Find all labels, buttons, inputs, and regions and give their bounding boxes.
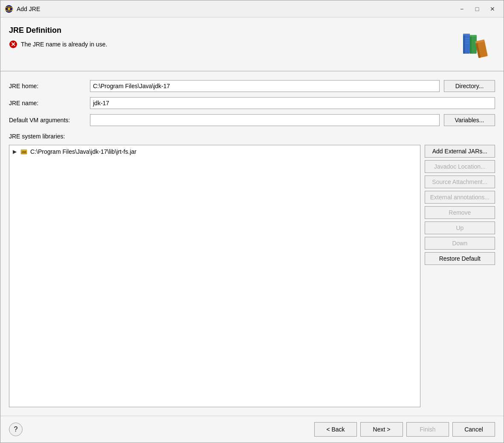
down-button[interactable]: Down xyxy=(425,237,495,250)
external-annotations-button[interactable]: External annotations... xyxy=(425,191,495,204)
up-button[interactable]: Up xyxy=(425,222,495,234)
svg-text:✕: ✕ xyxy=(11,41,16,48)
svg-rect-7 xyxy=(463,34,470,35)
javadoc-location-button[interactable]: Javadoc Location... xyxy=(425,160,495,173)
next-button[interactable]: Next > xyxy=(360,422,403,437)
restore-default-button[interactable]: Restore Default xyxy=(425,252,495,265)
help-button[interactable]: ? xyxy=(9,423,23,436)
libraries-buttons: Add External JARs... Javadoc Location...… xyxy=(425,145,495,407)
window-controls: − □ ✕ xyxy=(455,3,499,15)
remove-button[interactable]: Remove xyxy=(425,206,495,219)
svg-point-2 xyxy=(8,8,10,10)
source-attachment-button[interactable]: Source Attachment... xyxy=(425,175,495,188)
footer-buttons: < Back Next > Finish Cancel xyxy=(314,422,495,437)
back-button[interactable]: < Back xyxy=(314,422,357,437)
error-row: ✕ The JRE name is already in use. xyxy=(9,40,457,49)
error-message: The JRE name is already in use. xyxy=(21,41,107,48)
content-area: JRE home: Directory... JRE name: Default… xyxy=(0,72,504,416)
minimize-button[interactable]: − xyxy=(455,3,469,15)
jre-home-row: JRE home: Directory... xyxy=(9,80,495,92)
vm-args-label: Default VM arguments: xyxy=(9,117,86,124)
jre-home-label: JRE home: xyxy=(9,83,86,89)
add-external-jars-button[interactable]: Add External JARs... xyxy=(425,145,495,158)
title-bar: Add JRE − □ ✕ xyxy=(0,0,504,17)
cancel-button[interactable]: Cancel xyxy=(452,422,495,437)
svg-rect-10 xyxy=(470,35,477,37)
list-item[interactable]: ▶ JAR C:\Program Files\Java\jdk-17\lib\j… xyxy=(9,145,420,158)
footer-area: ? < Back Next > Finish Cancel xyxy=(0,416,504,443)
svg-rect-6 xyxy=(463,35,465,54)
header-area: JRE Definition ✕ The JRE name is already… xyxy=(0,17,504,72)
expand-arrow-icon: ▶ xyxy=(13,149,17,155)
jar-icon: JAR xyxy=(20,148,28,155)
window-title: Add JRE xyxy=(17,6,455,12)
jre-name-label: JRE name: xyxy=(9,100,86,106)
maximize-button[interactable]: □ xyxy=(470,3,484,15)
header-text: JRE Definition ✕ The JRE name is already… xyxy=(9,26,457,49)
jre-name-input[interactable] xyxy=(90,97,495,109)
finish-button[interactable]: Finish xyxy=(406,422,449,437)
svg-text:JAR: JAR xyxy=(22,151,26,153)
dialog: Add JRE − □ ✕ JRE Definition ✕ The JRE n… xyxy=(0,0,504,443)
header-image xyxy=(457,26,495,64)
libraries-row: ▶ JAR C:\Program Files\Java\jdk-17\lib\j… xyxy=(9,145,495,407)
jre-home-input[interactable] xyxy=(90,80,440,92)
vm-args-input[interactable] xyxy=(90,114,440,126)
directory-button[interactable]: Directory... xyxy=(444,80,495,92)
libraries-label: JRE system libraries: xyxy=(9,133,495,140)
page-title: JRE Definition xyxy=(9,26,457,35)
svg-rect-9 xyxy=(470,36,472,54)
app-icon xyxy=(5,5,13,13)
close-button[interactable]: ✕ xyxy=(486,3,499,15)
vm-args-row: Default VM arguments: Variables... xyxy=(9,114,495,126)
library-path: C:\Program Files\Java\jdk-17\lib\jrt-fs.… xyxy=(30,148,136,155)
variables-button[interactable]: Variables... xyxy=(444,114,495,126)
jre-name-row: JRE name: xyxy=(9,97,495,109)
error-icon: ✕ xyxy=(9,40,17,49)
libraries-list[interactable]: ▶ JAR C:\Program Files\Java\jdk-17\lib\j… xyxy=(9,145,420,407)
